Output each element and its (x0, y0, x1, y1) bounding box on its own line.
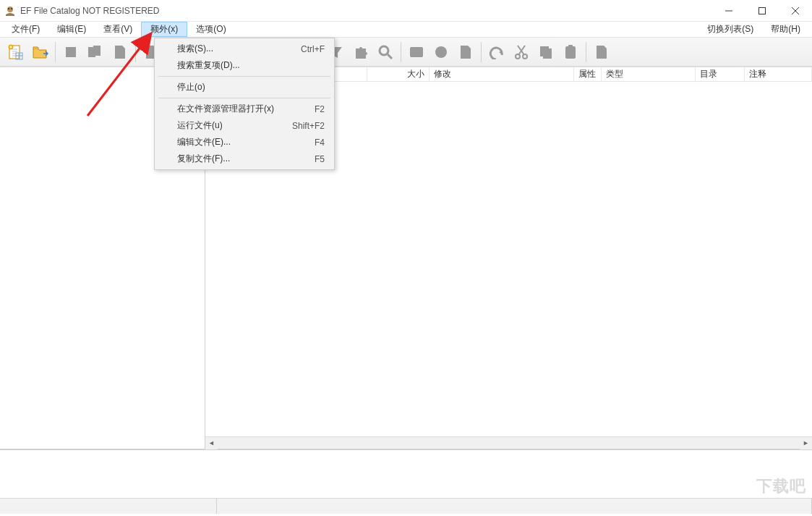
tb-doc1-icon[interactable] (109, 41, 131, 63)
menu-switchlist[interactable]: 切换列表(S) (698, 22, 762, 37)
menu-item-label: 搜索重复项(D)... (177, 59, 240, 72)
statusbar (0, 498, 812, 514)
status-cell-2 (217, 499, 812, 514)
horizontal-scrollbar[interactable]: ◄ ► (205, 436, 812, 449)
minimize-button[interactable] (712, 0, 745, 22)
menu-item-run-file[interactable]: 运行文件(u) Shift+F2 (157, 117, 332, 134)
menu-separator (158, 76, 330, 77)
menu-item-search[interactable]: 搜索(S)... Ctrl+F (157, 41, 332, 57)
menu-item-edit-file[interactable]: 编辑文件(E)... F4 (157, 134, 332, 151)
menu-item-shortcut: Shift+F2 (292, 121, 325, 131)
svg-point-0 (7, 7, 13, 12)
menu-item-label: 复制文件(F)... (177, 153, 230, 165)
maximize-button[interactable] (745, 0, 779, 22)
scroll-right-icon[interactable]: ► (800, 437, 812, 449)
svg-rect-27 (565, 46, 576, 59)
tb-search-icon[interactable] (375, 41, 396, 63)
tb-new-catalog-icon[interactable] (4, 41, 26, 63)
col-size[interactable]: 大小 (367, 67, 429, 81)
window-title: EF File Catalog NOT REGISTERED (20, 6, 160, 16)
menu-item-label: 在文件资源管理器打开(x) (177, 103, 274, 115)
tb-cut-icon[interactable] (510, 41, 532, 63)
extra-menu-dropdown: 搜索(S)... Ctrl+F 搜索重复项(D)... 停止(o) 在文件资源管… (154, 38, 335, 170)
tb-files-icon[interactable] (85, 41, 106, 63)
titlebar: EF File Catalog NOT REGISTERED (0, 0, 812, 22)
menu-item-open-explorer[interactable]: 在文件资源管理器打开(x) F2 (157, 101, 332, 117)
menubar: 文件(F) 编辑(E) 查看(V) 额外(x) 选项(O) 切换列表(S) 帮助… (0, 22, 812, 38)
svg-point-22 (435, 46, 447, 58)
menu-item-copy-file[interactable]: 复制文件(F)... F5 (157, 151, 332, 167)
menu-edit[interactable]: 编辑(E) (48, 22, 95, 37)
toolbar (0, 38, 812, 67)
tb-puzzle-icon[interactable] (350, 41, 372, 63)
col-comment[interactable]: 注释 (745, 67, 812, 81)
tb-undo-icon[interactable] (486, 41, 508, 63)
menu-item-label: 搜索(S)... (177, 43, 213, 55)
svg-rect-28 (568, 45, 573, 48)
tb-copy-icon[interactable] (535, 41, 557, 63)
col-dir[interactable]: 目录 (696, 67, 745, 81)
app-icon (4, 5, 16, 17)
tb-paste-icon[interactable] (560, 41, 581, 63)
menu-item-shortcut: F5 (315, 154, 325, 164)
svg-rect-10 (66, 47, 76, 57)
svg-point-19 (380, 46, 388, 55)
svg-line-20 (388, 54, 392, 59)
svg-rect-21 (410, 47, 423, 57)
tb-card-icon[interactable] (406, 41, 427, 63)
menu-extra[interactable]: 额外(x) (141, 22, 187, 37)
tb-open-folder-icon[interactable] (29, 41, 51, 63)
col-modified[interactable]: 修改 (429, 67, 574, 81)
svg-rect-12 (93, 46, 101, 56)
menu-item-shortcut: F4 (315, 138, 325, 148)
scroll-left-icon[interactable]: ◄ (205, 437, 218, 449)
svg-rect-4 (759, 7, 766, 14)
menu-item-label: 编辑文件(E)... (177, 136, 231, 148)
col-type[interactable]: 类型 (602, 67, 696, 81)
col-attr[interactable]: 属性 (574, 67, 602, 81)
menu-item-shortcut: Ctrl+F (301, 44, 325, 54)
menu-file[interactable]: 文件(F) (3, 22, 48, 37)
menu-view[interactable]: 查看(V) (95, 22, 141, 37)
tb-record-icon[interactable] (430, 41, 452, 63)
log-panel[interactable] (0, 449, 812, 498)
status-cell-1 (0, 499, 217, 514)
close-button[interactable] (779, 0, 812, 22)
menu-item-label: 运行文件(u) (177, 119, 223, 132)
svg-rect-26 (543, 48, 552, 59)
tb-doc3-icon[interactable] (455, 41, 476, 63)
menu-help[interactable]: 帮助(H) (762, 22, 809, 37)
menu-item-stop[interactable]: 停止(o) (157, 79, 332, 96)
tb-doc4-icon[interactable] (591, 41, 612, 63)
window-controls (712, 0, 812, 22)
svg-point-1 (8, 8, 9, 9)
svg-point-2 (11, 8, 12, 9)
tb-stop-icon[interactable] (60, 41, 82, 63)
menu-item-shortcut: F2 (315, 104, 325, 114)
content-area: 大小 修改 属性 类型 目录 注释 ◄ ► (0, 67, 812, 449)
menu-item-label: 停止(o) (177, 81, 205, 93)
menu-item-search-duplicates[interactable]: 搜索重复项(D)... (157, 57, 332, 74)
menu-options[interactable]: 选项(O) (187, 22, 234, 37)
menu-separator (158, 98, 330, 98)
